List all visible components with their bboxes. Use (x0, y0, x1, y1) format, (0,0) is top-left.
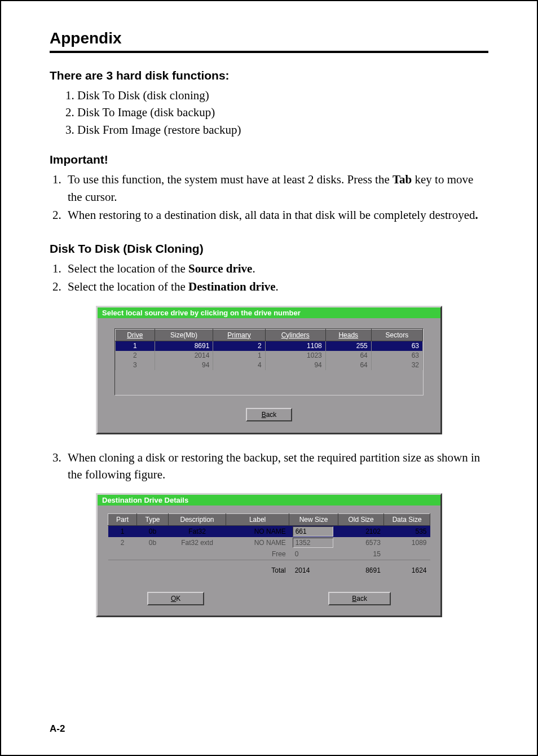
list-item: Select the location of the Source drive. (64, 260, 488, 277)
text-bold: Source drive (188, 262, 252, 275)
cell: Fat32 extd (169, 537, 226, 548)
cell: 32 (371, 361, 422, 370)
text: Select the location of the (68, 280, 188, 293)
text: When restoring to a destination disk, al… (68, 208, 475, 222)
text: Select the location of the (68, 262, 188, 275)
text: . (276, 280, 279, 293)
cell: 2 (213, 341, 265, 351)
ok-button[interactable]: OK (147, 592, 204, 605)
cell: 535 (384, 526, 430, 538)
cell: 94 (155, 361, 213, 370)
text-bold: Destination drive (188, 280, 276, 293)
cell: Total (226, 565, 289, 576)
disk-to-disk-heading: Disk To Disk (Disk Cloning) (50, 242, 488, 256)
cell: NO NAME (226, 526, 289, 538)
dialog-button-row: OK Back (108, 592, 430, 605)
cell: 4 (213, 361, 265, 370)
cell: 255 (325, 341, 371, 351)
cell: Fat32 (169, 526, 226, 538)
text: To use this function, the system must ha… (68, 173, 393, 186)
text: . (252, 262, 255, 275)
cell: 1 (213, 351, 265, 361)
col-sectors[interactable]: Sectors (371, 329, 422, 341)
cell: 2 (116, 351, 155, 361)
cell: 63 (371, 351, 422, 361)
cell (384, 548, 430, 560)
page-title: Appendix (50, 29, 488, 47)
functions-heading: There are 3 hard disk functions: (50, 69, 488, 82)
col-drive[interactable]: Drive (116, 329, 155, 341)
col-old-size[interactable]: Old Size (338, 514, 384, 526)
col-size[interactable]: Size(Mb) (155, 329, 213, 341)
col-label[interactable]: Label (226, 514, 289, 526)
col-type[interactable]: Type (136, 514, 168, 526)
cell: 2014 (155, 351, 213, 361)
cell: 64 (325, 361, 371, 370)
drive-table-wrap: Drive Size(Mb) Primary Cylinders Heads S… (114, 328, 424, 395)
cell: 0b (136, 526, 168, 538)
list-item: 3. Disk From Image (restore backup) (50, 121, 488, 138)
cell: 8691 (155, 341, 213, 351)
destination-drive-dialog: Destination Drive Details Part Type Desc… (96, 493, 442, 617)
col-new-size[interactable]: New Size (289, 514, 338, 526)
dialog-body: Drive Size(Mb) Primary Cylinders Heads S… (98, 318, 440, 433)
list-item: Select the location of the Destination d… (64, 278, 488, 295)
col-cylinders[interactable]: Cylinders (265, 329, 325, 341)
important-list: To use this function, the system must ha… (50, 171, 488, 223)
col-heads[interactable]: Heads (325, 329, 371, 341)
cell: 2014 (289, 565, 338, 576)
cell: 1352 (289, 537, 338, 548)
list-item: 2. Disk To Image (disk backup) (50, 104, 488, 121)
cell: 1089 (384, 537, 430, 548)
cell: 1 (116, 341, 155, 351)
table-row[interactable]: 1 0b Fat32 NO NAME 661 2102 535 (108, 526, 430, 538)
cell: 2 (108, 537, 137, 548)
back-button[interactable]: Back (246, 408, 293, 421)
table-row[interactable]: 1 8691 2 1108 255 63 (116, 341, 423, 351)
title-rule (50, 51, 488, 53)
cell: 3 (116, 361, 155, 370)
cell: 15 (338, 548, 384, 560)
free-row: Free 0 15 (108, 548, 430, 560)
list-item: When restoring to a destination disk, al… (64, 206, 488, 223)
functions-list: 1. Disk To Disk (disk cloning) 2. Disk T… (50, 87, 488, 138)
dialog-title: Destination Drive Details (98, 495, 440, 506)
cell: 661 (289, 526, 338, 538)
text-bold: . (475, 208, 478, 222)
col-data-size[interactable]: Data Size (384, 514, 430, 526)
select-source-drive-dialog: Select local source drive by clicking on… (96, 306, 442, 434)
important-heading: Important! (50, 153, 488, 166)
table-row[interactable]: 2 0b Fat32 extd NO NAME 1352 6573 1089 (108, 537, 430, 548)
cell: 0b (136, 537, 168, 548)
col-primary[interactable]: Primary (213, 329, 265, 341)
back-button[interactable]: Back (328, 592, 391, 605)
total-row: Total 2014 8691 1624 (108, 565, 430, 576)
table-row[interactable]: 3 94 4 94 64 32 (116, 361, 423, 370)
list-item: When cloning a disk or restoring the bac… (64, 449, 488, 484)
dialog-title: Select local source drive by clicking on… (98, 307, 440, 318)
new-size-input[interactable]: 661 (293, 526, 333, 537)
dialog-button-row: Back (114, 408, 424, 421)
cell: 2102 (338, 526, 384, 538)
cell: 1108 (265, 341, 325, 351)
cell: 64 (325, 351, 371, 361)
cell: 94 (265, 361, 325, 370)
cell: 6573 (338, 537, 384, 548)
col-description[interactable]: Description (169, 514, 226, 526)
page-number: A-2 (50, 723, 65, 735)
cell: 1624 (384, 565, 430, 576)
cell: 8691 (338, 565, 384, 576)
drive-table: Drive Size(Mb) Primary Cylinders Heads S… (115, 329, 423, 370)
cell: NO NAME (226, 537, 289, 548)
new-size-input[interactable]: 1352 (293, 538, 333, 548)
col-part[interactable]: Part (108, 514, 137, 526)
text-bold: Tab (393, 173, 412, 186)
partition-table: Part Type Description Label New Size Old… (108, 513, 430, 576)
disk-to-disk-steps: Select the location of the Source drive.… (50, 260, 488, 296)
cell: 1023 (265, 351, 325, 361)
list-item: 1. Disk To Disk (disk cloning) (50, 87, 488, 104)
table-row[interactable]: 2 2014 1 1023 64 63 (116, 351, 423, 361)
cell: 1 (108, 526, 137, 538)
cell: 0 (289, 548, 338, 560)
page: Appendix There are 3 hard disk functions… (0, 0, 538, 756)
